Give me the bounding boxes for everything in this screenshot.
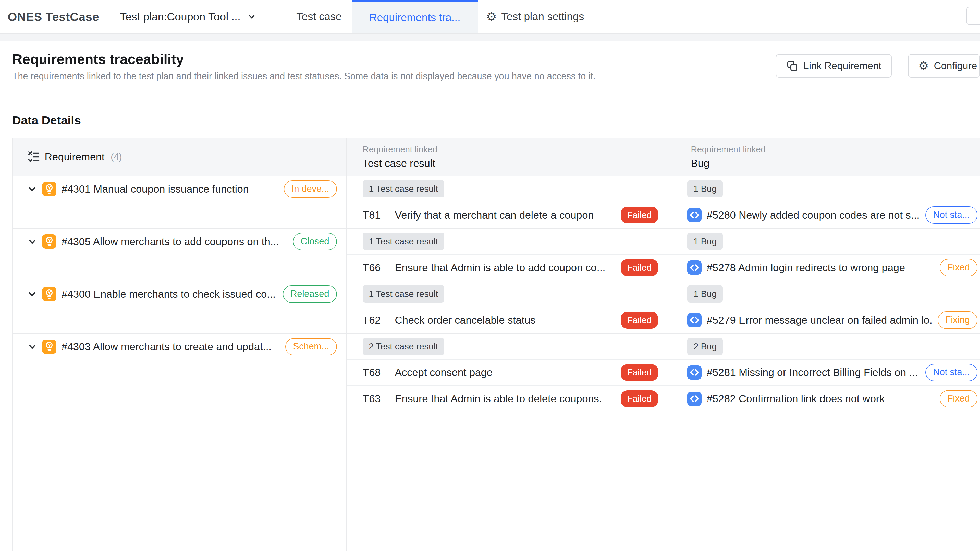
bug-title[interactable]: #5280 Newly added coupon codes are not s… xyxy=(707,209,919,221)
requirement-row[interactable]: #4305 Allow merchants to add coupons on … xyxy=(13,229,346,254)
test-plan-selector[interactable]: Test plan:Coupon Tool ... xyxy=(120,0,256,33)
requirement-count: (4) xyxy=(111,151,122,162)
bug-icon xyxy=(687,313,702,327)
configure-button[interactable]: ⚙ Configure xyxy=(908,54,980,78)
gear-icon: ⚙ xyxy=(486,11,496,22)
gear-icon: ⚙ xyxy=(918,60,929,72)
testcase-count-badge: 1 Test case result xyxy=(363,285,444,303)
testcase-count-row: 2 Test case result xyxy=(346,333,676,360)
bug-cell: 1 Bug #5279 Error message unclear on fai… xyxy=(676,281,980,333)
bug-count-row: 1 Bug xyxy=(676,176,980,202)
configure-label: Configure xyxy=(934,60,977,71)
tab-test-plan-settings-label: Test plan settings xyxy=(501,11,584,23)
requirement-column-header: Requirement (4) xyxy=(13,138,346,176)
test-status-pill: Failed xyxy=(620,206,658,224)
table-header: Requirement (4) Requirement linked Test … xyxy=(13,138,980,176)
section-divider xyxy=(0,90,980,90)
test-status-pill: Failed xyxy=(620,390,658,407)
test-case-title[interactable]: Ensure that Admin is able to add coupon … xyxy=(395,262,605,274)
requirement-cell: #4300 Enable merchants to check issued c… xyxy=(13,281,346,333)
tab-test-plan-settings[interactable]: ⚙ Test plan settings xyxy=(486,0,606,33)
expand-chevron-icon[interactable] xyxy=(27,289,37,299)
test-status-pill: Failed xyxy=(620,259,658,276)
test-case-title[interactable]: Accept consent page xyxy=(395,367,493,379)
test-status-pill: Failed xyxy=(620,364,658,381)
requirement-title[interactable]: #4300 Enable merchants to check issued c… xyxy=(62,288,275,300)
test-case-title[interactable]: Ensure that Admin is able to delete coup… xyxy=(395,393,602,405)
bug-status-pill: Fixed xyxy=(940,259,977,276)
nav-shadow-strip xyxy=(0,34,980,41)
expand-chevron-icon[interactable] xyxy=(27,237,37,246)
test-case-title[interactable]: Verify that a merchant can delete a coup… xyxy=(395,209,594,221)
traceability-table: Requirement (4) Requirement linked Test … xyxy=(12,138,980,551)
testcase-count-row: 1 Test case result xyxy=(346,229,676,254)
tab-test-case[interactable]: Test case xyxy=(286,0,352,33)
requirement-list-icon xyxy=(27,151,40,163)
requirement-row[interactable]: #4301 Manual coupon issuance function In… xyxy=(13,176,346,202)
link-requirement-button[interactable]: Link Requirement xyxy=(776,54,892,78)
requirement-title[interactable]: #4303 Allow merchants to create and upda… xyxy=(62,341,272,353)
requirement-status-pill: In deve... xyxy=(284,180,337,198)
bug-title[interactable]: #5282 Confirmation link does not work xyxy=(707,393,885,405)
requirement-group: #4303 Allow merchants to create and upda… xyxy=(13,333,980,412)
requirement-row[interactable]: #4300 Enable merchants to check issued c… xyxy=(13,281,346,307)
bug-cell: 1 Bug #5278 Admin login redirects to wro… xyxy=(676,229,980,281)
requirement-title[interactable]: #4305 Allow merchants to add coupons on … xyxy=(62,236,279,248)
test-status-pill: Failed xyxy=(620,312,658,329)
bug-status-pill: Fixed xyxy=(940,390,977,407)
bug-column-header: Requirement linked Bug xyxy=(676,138,980,176)
bug-title[interactable]: #5278 Admin login redirects to wrong pag… xyxy=(707,262,905,274)
bug-count-badge: 1 Bug xyxy=(687,180,723,197)
requirement-row[interactable]: #4303 Allow merchants to create and upda… xyxy=(13,333,346,360)
expand-chevron-icon[interactable] xyxy=(27,184,37,194)
bug-count-row: 2 Bug xyxy=(676,333,980,360)
testcase-cell: 2 Test case result T68 Accept consent pa… xyxy=(346,333,676,412)
bug-icon xyxy=(687,208,702,222)
requirement-type-icon xyxy=(42,287,56,301)
bug-title[interactable]: #5279 Error message unclear on failed ad… xyxy=(707,314,932,326)
page-description: The requirements linked to the test plan… xyxy=(12,71,595,82)
bug-count-badge: 2 Bug xyxy=(687,338,723,355)
test-case-id: T68 xyxy=(363,367,395,379)
bug-row[interactable]: #5282 Confirmation link does not work Fi… xyxy=(676,386,980,412)
bug-row[interactable]: #5281 Missing or Incorrect Billing Field… xyxy=(676,360,980,386)
requirement-status-pill: Closed xyxy=(293,233,337,250)
page-title: Requirements traceability xyxy=(12,51,184,67)
test-case-row[interactable]: T62 Check order cancelable status Failed xyxy=(346,307,676,333)
bug-count-badge: 1 Bug xyxy=(687,285,723,303)
test-case-row[interactable]: T68 Accept consent page Failed xyxy=(346,360,676,386)
bug-cell: 1 Bug #5280 Newly added coupon codes are… xyxy=(676,176,980,228)
partial-toolbar-button[interactable] xyxy=(966,6,980,25)
app-logo: ONES TestCase xyxy=(8,0,99,33)
bug-column-title: Bug xyxy=(691,157,980,169)
bug-icon xyxy=(687,260,702,275)
requirement-status-pill: Schem... xyxy=(285,338,337,355)
requirement-title[interactable]: #4301 Manual coupon issuance function xyxy=(62,183,249,195)
test-case-row[interactable]: T66 Ensure that Admin is able to add cou… xyxy=(346,254,676,281)
testcase-cell: 1 Test case result T81 Verify that a mer… xyxy=(346,176,676,228)
requirement-status-pill: Released xyxy=(283,286,337,303)
test-case-row[interactable]: T63 Ensure that Admin is able to delete … xyxy=(346,386,676,412)
bug-title[interactable]: #5281 Missing or Incorrect Billing Field… xyxy=(707,367,918,379)
bug-count-badge: 1 Bug xyxy=(687,233,723,250)
tab-requirements-traceability-label: Requirements tra... xyxy=(369,11,460,24)
bug-row[interactable]: #5280 Newly added coupon codes are not s… xyxy=(676,202,980,228)
test-case-title[interactable]: Check order cancelable status xyxy=(395,314,536,326)
bug-count-row: 1 Bug xyxy=(676,281,980,307)
column-divider-2 xyxy=(676,138,677,449)
bug-row[interactable]: #5278 Admin login redirects to wrong pag… xyxy=(676,254,980,281)
bug-status-pill: Not sta... xyxy=(925,364,977,381)
test-case-row[interactable]: T81 Verify that a merchant can delete a … xyxy=(346,202,676,228)
test-case-id: T81 xyxy=(363,209,395,221)
requirement-cell: #4301 Manual coupon issuance function In… xyxy=(13,176,346,228)
tab-requirements-traceability[interactable]: Requirements tra... xyxy=(352,0,478,33)
bug-row[interactable]: #5279 Error message unclear on failed ad… xyxy=(676,307,980,333)
top-nav: ONES TestCase Test plan:Coupon Tool ... … xyxy=(0,0,980,34)
column-divider-1 xyxy=(346,138,347,551)
requirement-group: #4305 Allow merchants to add coupons on … xyxy=(13,229,980,281)
testcase-column-supertitle: Requirement linked xyxy=(363,144,676,154)
link-icon xyxy=(786,60,798,72)
requirement-group: #4301 Manual coupon issuance function In… xyxy=(13,176,980,229)
table-body: #4301 Manual coupon issuance function In… xyxy=(13,176,980,412)
expand-chevron-icon[interactable] xyxy=(27,342,37,351)
